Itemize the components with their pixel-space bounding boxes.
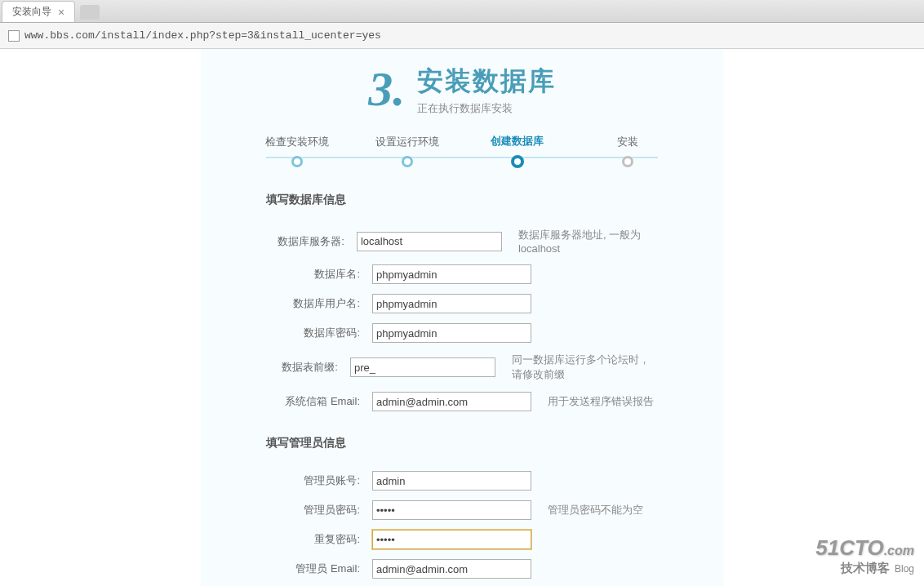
label-db-user: 数据库用户名:: [266, 296, 372, 311]
input-admin-email[interactable]: [372, 559, 531, 579]
row-system-email: 系统信箱 Email: 用于发送程序错误报告: [266, 392, 658, 411]
hint-table-prefix: 同一数据库运行多个论坛时，请修改前缀: [512, 353, 658, 382]
input-db-name[interactable]: [372, 264, 531, 284]
input-system-email[interactable]: [372, 392, 531, 411]
page-subtitle: 正在执行数据库安装: [417, 101, 556, 116]
progress-step-set-env: 设置运行环境: [352, 135, 462, 167]
section-title-db: 填写数据库信息: [266, 193, 658, 207]
label-admin-password: 管理员密码:: [266, 503, 372, 517]
section-title-admin: 填写管理员信息: [266, 436, 658, 451]
input-repeat-password[interactable]: [372, 530, 531, 549]
tab-title: 安装向导: [12, 5, 51, 19]
hint-admin-password: 管理员密码不能为空: [548, 503, 643, 517]
progress-step-install: 安装: [572, 135, 682, 167]
step-number: 3.: [368, 61, 405, 118]
label-repeat-password: 重复密码:: [266, 532, 372, 547]
url-text[interactable]: www.bbs.com/install/index.php?step=3&ins…: [24, 29, 381, 42]
label-table-prefix: 数据表前缀:: [266, 360, 350, 375]
watermark-sub: 技术博客: [841, 561, 890, 575]
page-icon: [8, 30, 20, 42]
row-admin-password: 管理员密码: 管理员密码不能为空: [266, 500, 658, 520]
input-admin-account[interactable]: [372, 471, 531, 491]
db-info-section: 填写数据库信息 数据库服务器: 数据库服务器地址, 一般为 localhost …: [225, 193, 699, 411]
label-db-server: 数据库服务器:: [266, 234, 357, 249]
admin-info-section: 填写管理员信息 管理员账号: 管理员密码: 管理员密码不能为空 重复密码: 管理…: [225, 436, 699, 579]
hint-system-email: 用于发送程序错误报告: [548, 394, 654, 409]
input-db-password[interactable]: [372, 323, 531, 343]
label-admin-account: 管理员账号:: [266, 473, 372, 488]
input-admin-password[interactable]: [372, 500, 531, 520]
watermark-blog: Blog: [895, 563, 914, 575]
address-bar: www.bbs.com/install/index.php?step=3&ins…: [0, 23, 924, 49]
label-db-name: 数据库名:: [266, 267, 372, 282]
watermark: 51CTO.com 技术博客Blog: [815, 535, 914, 576]
row-db-user: 数据库用户名:: [266, 294, 658, 313]
label-admin-email: 管理员 Email:: [266, 562, 372, 576]
watermark-main: 51CTO: [815, 535, 883, 560]
label-system-email: 系统信箱 Email:: [266, 394, 372, 409]
page-title: 安装数据库: [417, 64, 556, 100]
installer-header: 3. 安装数据库 正在执行数据库安装: [225, 61, 699, 118]
row-table-prefix: 数据表前缀: 同一数据库运行多个论坛时，请修改前缀: [266, 353, 658, 382]
step-dot-icon: [511, 155, 524, 168]
step-dot-icon: [622, 156, 633, 167]
row-db-server: 数据库服务器: 数据库服务器地址, 一般为 localhost: [266, 228, 658, 255]
browser-tab[interactable]: 安装向导 ×: [2, 1, 75, 22]
installer-panel: 3. 安装数据库 正在执行数据库安装 检查安装环境 设置运行环境 创建数据库 安: [201, 49, 723, 586]
hint-db-server: 数据库服务器地址, 一般为 localhost: [518, 228, 658, 255]
row-admin-email: 管理员 Email:: [266, 559, 658, 579]
input-table-prefix[interactable]: [350, 357, 495, 377]
step-dot-icon: [291, 156, 303, 167]
progress-steps: 检查安装环境 设置运行环境 创建数据库 安装: [242, 134, 682, 168]
row-admin-account: 管理员账号:: [266, 471, 658, 491]
new-tab-button[interactable]: [80, 5, 100, 20]
row-repeat-password: 重复密码:: [266, 530, 658, 549]
label-db-password: 数据库密码:: [266, 326, 372, 340]
input-db-user[interactable]: [372, 294, 531, 313]
input-db-server[interactable]: [357, 232, 502, 251]
content-area: 3. 安装数据库 正在执行数据库安装 检查安装环境 设置运行环境 创建数据库 安: [0, 49, 924, 586]
step-dot-icon: [402, 156, 413, 167]
progress-step-check-env: 检查安装环境: [242, 135, 352, 167]
browser-tab-strip: 安装向导 ×: [0, 0, 924, 23]
watermark-suffix: .com: [884, 544, 914, 557]
row-db-password: 数据库密码:: [266, 323, 658, 343]
close-icon[interactable]: ×: [58, 6, 64, 19]
progress-step-create-db: 创建数据库: [462, 134, 572, 168]
row-db-name: 数据库名:: [266, 264, 658, 284]
